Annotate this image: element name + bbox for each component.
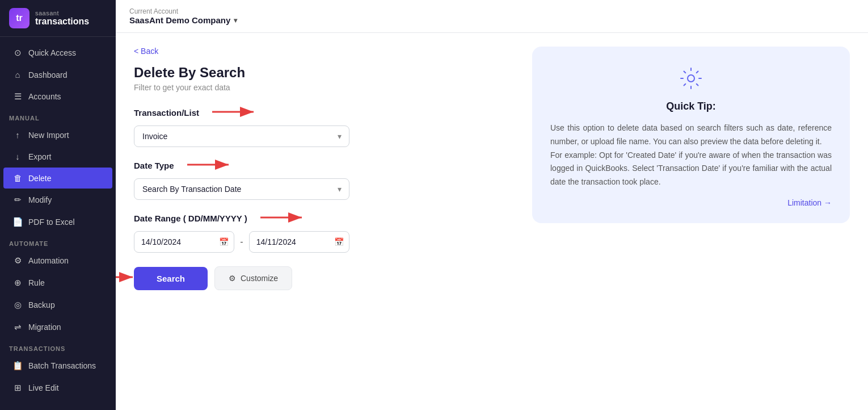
sidebar-item-accounts[interactable]: ☰ Accounts [3,86,112,107]
date-range-group: Date Range ( DD/MM/YYYY ) [134,211,514,253]
export-icon: ↓ [12,152,23,161]
dashboard-icon: ⌂ [12,70,23,80]
live-edit-icon: ⊞ [12,383,23,393]
accounts-icon: ☰ [12,91,23,102]
back-label: < Back [134,47,158,56]
tip-title: Quick Tip: [550,101,832,112]
date-type-label: Date Type [134,158,514,173]
quick-access-icon: ⊙ [12,48,23,58]
rule-icon: ⊕ [12,278,23,288]
date-range-separator: - [240,237,243,247]
transaction-list-label: Transaction/List [134,106,514,120]
sidebar-item-label: Dashboard [28,70,68,80]
svg-line-15 [697,72,698,73]
customize-icon: ⚙ [229,274,236,283]
sidebar-item-modify[interactable]: ✏ Modify [3,189,112,211]
transaction-list-group: Transaction/List [134,106,514,147]
top-header: Current Account SaasAnt Demo Company ▾ [116,0,868,33]
sidebar-logo: tr saasant transactions [0,0,116,37]
date-from-input[interactable] [134,231,234,253]
sidebar-item-migration[interactable]: ⇌ Migration [3,316,112,338]
transaction-list-select[interactable]: Invoice Bill Expense Journal Entry Payme… [134,125,349,147]
sidebar-item-new-import[interactable]: ↑ New Import [3,124,112,145]
section-manual: MANUAL [0,108,116,124]
brand-bottom: transactions [35,16,89,27]
sidebar-item-quick-access[interactable]: ⊙ Quick Access [3,42,112,64]
sidebar-item-label: Quick Access [28,48,76,57]
left-panel: < Back Delete By Search Filter to get yo… [134,47,514,396]
sidebar-item-automation[interactable]: ⚙ Automation [3,250,112,271]
account-name: SaasAnt Demo Company [129,15,230,25]
svg-line-16 [684,84,686,86]
current-account-label: Current Account [129,7,237,15]
sidebar-item-backup[interactable]: ◎ Backup [3,294,112,316]
sidebar-item-label: Batch Transactions [28,361,96,370]
account-selector[interactable]: SaasAnt Demo Company ▾ [129,15,237,25]
customize-label: Customize [241,274,278,283]
automation-icon: ⚙ [12,256,23,266]
right-panel: Quick Tip: Use this option to delete dat… [532,47,850,396]
logo-text: saasant transactions [35,10,89,27]
date-from-wrapper: 📅 [134,231,234,253]
backup-icon: ◎ [12,300,23,310]
chevron-down-icon: ▾ [234,16,237,24]
svg-line-14 [697,84,698,86]
svg-line-13 [684,72,686,73]
brand-top: saasant [35,10,89,16]
modify-icon: ✏ [12,195,23,205]
sidebar: tr saasant transactions ⊙ Quick Access ⌂… [0,0,116,410]
date-type-group: Date Type [134,158,514,200]
sidebar-item-label: Delete [28,174,51,183]
date-type-select[interactable]: Search By Transaction Date Search By Cre… [134,178,349,200]
date-type-arrow [184,158,235,173]
sidebar-item-dashboard[interactable]: ⌂ Dashboard [3,64,112,85]
sidebar-item-export[interactable]: ↓ Export [3,146,112,167]
back-link[interactable]: < Back [134,47,514,56]
page-subtitle: Filter to get your exact data [134,83,514,92]
sidebar-item-delete[interactable]: 🗑 Delete [3,168,112,189]
sidebar-nav: ⊙ Quick Access ⌂ Dashboard ☰ Accounts MA… [0,37,116,410]
section-transactions: TRANSACTIONS [0,338,116,354]
main-area: Current Account SaasAnt Demo Company ▾ <… [116,0,868,410]
sidebar-item-label: New Import [28,131,69,140]
pdf-icon: 📄 [12,217,23,227]
sidebar-item-label: Export [28,152,51,161]
transaction-list-select-wrapper: Invoice Bill Expense Journal Entry Payme… [134,125,349,147]
sidebar-item-live-edit[interactable]: ⊞ Live Edit [3,377,112,399]
content-area: < Back Delete By Search Filter to get yo… [116,33,868,410]
sidebar-item-label: Modify [28,195,52,204]
new-import-icon: ↑ [12,130,23,140]
actions-row: Search ⚙ Customize [134,266,514,290]
date-range-row: 📅 - 📅 [134,231,349,253]
sidebar-item-label: Backup [28,300,55,309]
tip-body: Use this option to delete data based on … [550,122,832,189]
sidebar-item-rule[interactable]: ⊕ Rule [3,272,112,294]
sidebar-item-batch-transactions[interactable]: 📋 Batch Transactions [3,355,112,376]
tip-limitation-link[interactable]: Limitation → [550,198,832,207]
date-type-select-wrapper: Search By Transaction Date Search By Cre… [134,178,349,200]
sidebar-item-label: Live Edit [28,383,59,392]
customize-button[interactable]: ⚙ Customize [214,266,292,290]
sidebar-item-label: PDF to Excel [28,217,75,227]
batch-icon: 📋 [12,361,23,371]
tip-lightbulb-icon [550,67,832,94]
date-to-input[interactable] [249,231,349,253]
sidebar-item-label: Automation [28,256,69,265]
migration-icon: ⇌ [12,322,23,332]
page-title: Delete By Search [134,65,514,81]
date-range-arrow [258,211,309,225]
delete-icon: 🗑 [12,173,23,183]
search-arrow-annotation [116,270,140,286]
transaction-list-arrow [209,106,260,120]
date-range-label: Date Range ( DD/MM/YYYY ) [134,211,514,225]
tip-card: Quick Tip: Use this option to delete dat… [532,47,850,223]
sidebar-item-label: Migration [28,323,61,332]
sidebar-item-label: Rule [28,278,45,287]
logo-icon: tr [9,8,30,28]
sidebar-item-pdf-to-excel[interactable]: 📄 PDF to Excel [3,211,112,233]
search-button[interactable]: Search [134,267,208,290]
section-automate: AUTOMATE [0,233,116,249]
date-to-wrapper: 📅 [249,231,349,253]
sidebar-item-label: Accounts [28,92,61,101]
svg-point-8 [688,75,694,82]
